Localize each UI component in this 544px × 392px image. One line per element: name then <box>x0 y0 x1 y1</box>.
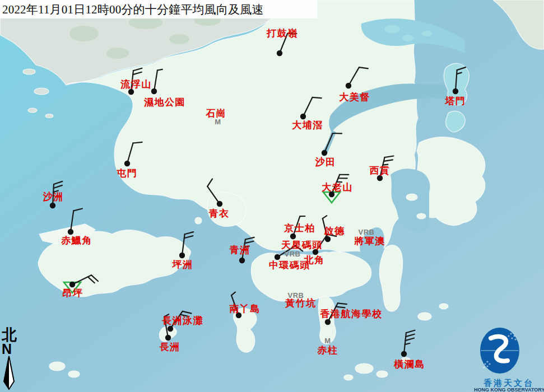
station-label: 京士柏 <box>284 223 315 233</box>
station-label: 沙田 <box>315 157 336 167</box>
station-dot <box>128 89 134 95</box>
station-label: 打鼓嶺 <box>267 29 298 38</box>
wind-barb-icon <box>175 159 264 249</box>
station-label: 南丫島 <box>229 304 261 314</box>
station-dot <box>453 88 458 94</box>
weather-wind-map: 打鼓嶺流浮山濕地公園M石崗大美督塔門大埔滘沙田西貢大老山屯門沙洲赤鱲角青衣坪洲青… <box>0 0 544 392</box>
station-dot <box>151 88 157 94</box>
station-dot <box>165 335 171 340</box>
missing-data-marker: M <box>215 118 221 125</box>
station-label: 大老山 <box>322 183 353 192</box>
station-dot <box>179 253 185 258</box>
station-dot <box>277 50 282 56</box>
station-label: 橫瀾島 <box>394 360 425 369</box>
station-dot <box>401 351 407 357</box>
stations-layer: 打鼓嶺流浮山濕地公園M石崗大美督塔門大埔滘沙田西貢大老山屯門沙洲赤鱲角青衣坪洲青… <box>0 0 544 392</box>
station-dot <box>124 161 130 166</box>
station-label: 屯門 <box>117 169 138 178</box>
station-dot <box>217 201 222 207</box>
wind-barb-icon <box>27 240 117 329</box>
missing-data-marker: M <box>324 337 331 344</box>
wind-barb-icon <box>26 187 115 277</box>
station-label: 大埔滘 <box>292 120 323 130</box>
station-label: 濕地公園 <box>144 97 185 107</box>
variable-wind-marker: VRB <box>359 228 375 236</box>
wind-barb-icon <box>82 119 172 208</box>
wind-barb-icon <box>304 41 393 130</box>
station-label: 香港航海學校 <box>320 309 383 319</box>
station-label: 赤柱 <box>318 346 338 355</box>
station-label: 長洲泳灘 <box>162 316 203 325</box>
wind-barb-icon <box>258 72 348 161</box>
station-label: 塔門 <box>445 96 466 106</box>
wind-barb-icon <box>194 270 283 360</box>
station-label: 青洲 <box>230 245 250 255</box>
compass-north-en: N <box>2 343 22 356</box>
station-label: 大美督 <box>339 92 370 102</box>
wind-barb-icon <box>411 46 500 136</box>
station-label: 沙洲 <box>43 192 64 202</box>
station-label: 啟德 <box>324 226 345 236</box>
logo-title-en: HONG KONG OBSERVATORY <box>474 387 543 392</box>
station-dot <box>300 114 306 119</box>
station-dot <box>325 236 331 242</box>
station-dot <box>325 319 331 325</box>
station-label: 赤鱲角 <box>61 236 92 245</box>
wind-barb-icon <box>109 46 199 136</box>
station-label: 坪洲 <box>173 260 193 269</box>
station-label: 流浮山 <box>120 80 152 89</box>
station-label: 長洲 <box>160 342 180 352</box>
station-label: 西貢 <box>370 166 390 175</box>
wind-barb-icon <box>359 309 449 392</box>
station-dot <box>239 258 245 263</box>
compass-north-zh: 北 <box>2 328 22 343</box>
compass: 北 N <box>0 328 22 390</box>
wind-barb-icon <box>123 293 213 382</box>
wind-barb-icon <box>335 133 425 223</box>
station-label: 黃竹坑 <box>285 298 317 308</box>
station-dot <box>50 203 55 208</box>
title-bar: 2022年11月01日12時00分的十分鐘平均風向及風速 <box>0 0 317 18</box>
wind-barb-icon <box>86 47 176 137</box>
station-label: 天星碼頭 <box>281 240 323 250</box>
station-dot <box>68 229 73 235</box>
station-dot <box>346 83 351 88</box>
hko-logo: 香港天文台 HONG KONG OBSERVATORY <box>474 326 543 392</box>
station-label: 北角 <box>304 255 325 265</box>
station-label: 青衣 <box>209 209 230 218</box>
wind-barb-icon <box>125 284 215 374</box>
station-dot <box>290 234 296 239</box>
station-dot <box>168 326 173 332</box>
variable-wind-marker: VRB <box>285 250 301 258</box>
compass-needle-icon <box>2 356 16 390</box>
station-dot <box>69 282 75 287</box>
gust-triangle-icon <box>323 192 340 203</box>
wind-barb-icon <box>235 8 324 98</box>
wind-barb-icon <box>137 211 227 300</box>
station-label: 石崗 <box>206 109 227 118</box>
station-label: 將軍澳 <box>354 236 385 246</box>
station-dot <box>322 150 327 156</box>
station-dot <box>377 175 383 181</box>
logo-title-zh: 香港天文台 <box>474 379 543 387</box>
map-title: 2022年11月01日12時00分的十分鐘平均風向及風速 <box>0 2 264 17</box>
hko-emblem-icon <box>474 326 543 375</box>
station-label: 昂坪 <box>63 288 83 298</box>
